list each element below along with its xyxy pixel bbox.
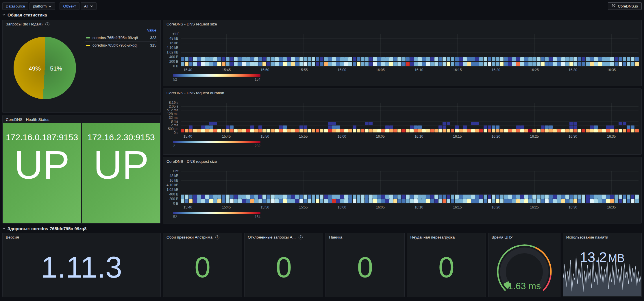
memory-value-unit: MB [608,252,625,264]
pie-panel-title-text: Запросы (по Подам) [6,22,42,26]
health-tile: 172.16.2.30:9153 UP [82,123,160,223]
stat-title-text: Отклоненные запросы А... [248,235,296,239]
heatmap-x-axis: 15:4015:4515:5015:5516:0016:0516:1016:15… [181,134,639,140]
stat-panel-rejected-queries: Отклоненные запросы А... i 0 [244,233,323,297]
gauge-title[interactable]: Время ЦПУ [488,233,560,241]
pie-panel-title[interactable]: Запросы (по Подам) i [3,20,160,27]
legend-label[interactable]: coredns-765bfc795c-wxqdj [92,43,148,47]
chevron-down-icon [90,5,93,7]
heatmap-chart: +Inf48 kB16 kB4.10 kB1.02 kB400 B200 B0 … [163,27,641,86]
instance-address: 172.16.0.187:9153 [6,132,78,142]
stat-title-text: Сбой преверки Апстрима [166,235,212,239]
svg-text:1.63 ms: 1.63 ms [508,281,541,291]
heatmap-panel-request-duration: CoreDNS - DNS request duration 8.19 s2.0… [163,88,642,155]
heatmap-x-axis: 15:4015:4515:5015:5516:0016:0516:1016:15… [181,67,639,73]
heatmap-title[interactable]: CoreDNS - DNS request duration [163,89,641,96]
heatmap-y-axis: +Inf48 kB16 kB4.10 kB1.02 kB400 B200 B0 … [164,34,181,66]
legend-value: 323 [150,36,157,40]
memory-title[interactable]: Использование памяти [563,233,641,241]
object-control: Объект All [60,2,97,10]
heatmap-plot[interactable] [181,171,639,204]
object-dropdown[interactable]: All [81,2,97,10]
legend-label[interactable]: coredns-765bfc795c-99zq8 [92,36,148,40]
heatmap-title[interactable]: CoreDNS - DNS request size [163,157,641,165]
coredns-link-button[interactable]: CoreDNS.io [608,2,642,10]
health-panel-title[interactable]: CoreDNS - Health Status [3,115,160,123]
stat-title[interactable]: Неудачная перезагрузка [407,233,486,241]
legend-marker-green [86,37,90,38]
datasource-control: Datasource platform [2,2,55,10]
heatmap-title-text: CoreDNS - DNS request size [166,159,217,164]
stat-title-text: Версия [6,235,19,239]
section-header-overview[interactable]: Общая статистика [2,10,642,19]
memory-value: 13.2 MB [563,249,641,265]
section-header-health[interactable]: Здоровье: coredns-765bfc795c-99zq8 [2,224,642,233]
instance-status: UP [14,144,70,186]
heatmap-color-scale: 52 154 [173,74,639,82]
stat-value: 1.11.3 [3,241,160,297]
heatmap-color-scale: 52 154 [173,212,639,219]
legend-row: coredns-765bfc795c-wxqdj 315 [85,41,157,49]
color-scale-bar [173,212,260,214]
stat-title[interactable]: Отклоненные запросы А... i [245,233,323,241]
pie-chart[interactable]: 49% 51% [14,37,76,99]
heatmap-y-axis: 8.19 s2.05 s512 ms128 ms32 ms8 ms2 ms500… [164,103,181,133]
instance-status: UP [93,144,149,186]
heatmap-title[interactable]: CoreDNS - DNS request size [163,20,641,27]
stat-value: 0 [407,241,486,297]
heatmap-x-axis: 15:4015:4515:5015:5516:0016:0516:1016:15… [181,205,639,210]
cpu-gauge: 1.63 ms [488,242,560,295]
stat-panel-version: Версия 1.11.3 [2,233,161,297]
scale-min: 52 [173,215,177,219]
heatmap-plot[interactable] [181,34,639,66]
stat-panel-reload-fail: Неудачная перезагрузка 0 [407,233,486,297]
object-label: Объект [60,2,79,10]
section-title: Общая статистика [8,12,47,17]
instance-address: 172.16.2.30:9153 [87,132,155,142]
heatmap-plot[interactable] [181,103,639,133]
color-scale-bar [173,141,260,143]
stat-panel-panics: Паника 0 [325,233,404,297]
info-icon[interactable]: i [299,235,303,239]
stat-value: 0 [326,241,404,297]
scale-max: 154 [255,215,260,219]
stat-title[interactable]: Паника [326,233,404,241]
info-icon[interactable]: i [215,235,219,239]
datasource-dropdown[interactable]: platform [29,2,55,10]
chevron-down-icon [2,14,5,16]
pie-chart-area: 49% 51% Value coredns-765bfc795c-99zq8 3… [3,27,160,112]
memory-chart: 13.2 MB [563,241,641,297]
heatmap-panel-request-size-2: CoreDNS - DNS request size +Inf48 kB16 k… [163,157,642,224]
stat-title[interactable]: Сбой преверки Апстрима i [163,233,242,241]
heatmap-panel-request-size-1: CoreDNS - DNS request size +Inf48 kB16 k… [163,20,642,86]
stat-title-text: Неудачная перезагрузка [410,235,455,239]
legend-value-header: Value [85,27,157,34]
stat-title[interactable]: Версия [3,233,160,241]
topbar: Datasource platform Объект All [2,2,642,10]
coredns-link-label: CoreDNS.io [618,4,638,8]
datasource-value: platform [33,4,47,8]
info-icon[interactable]: i [45,22,49,26]
health-status-panel: CoreDNS - Health Status 172.16.0.187:915… [2,115,161,224]
color-scale-bar [173,74,260,77]
heatmap-chart: +Inf48 kB16 kB4.10 kB1.02 kB400 B200 B0 … [163,165,641,223]
memory-value-number: 13.2 [580,250,607,265]
chevron-down-icon [49,5,51,7]
legend-marker-yellow [86,45,90,46]
scale-max: 232 [255,144,260,148]
gauge-chart: 1.63 ms [488,241,560,297]
pie-panel: Запросы (по Подам) i 49% 51% Value cored… [2,20,161,113]
gauge-title-text: Время ЦПУ [492,235,513,239]
external-link-icon [612,4,616,9]
variable-controls: Datasource platform Объект All [2,2,97,10]
heatmap-chart: 8.19 s2.05 s512 ms128 ms32 ms8 ms2 ms500… [163,96,641,155]
datasource-label: Datasource [2,2,28,10]
heatmap-title-text: CoreDNS - DNS request size [166,22,217,26]
scale-max: 154 [255,77,260,82]
memory-title-text: Использование памяти [566,235,608,239]
pie-legend: Value coredns-765bfc795c-99zq8 323 cored… [85,27,157,49]
scale-min: 2 [173,144,175,148]
stat-value: 0 [245,241,323,297]
dashboard: Datasource platform Объект All [0,0,644,301]
scale-min: 52 [173,77,177,82]
